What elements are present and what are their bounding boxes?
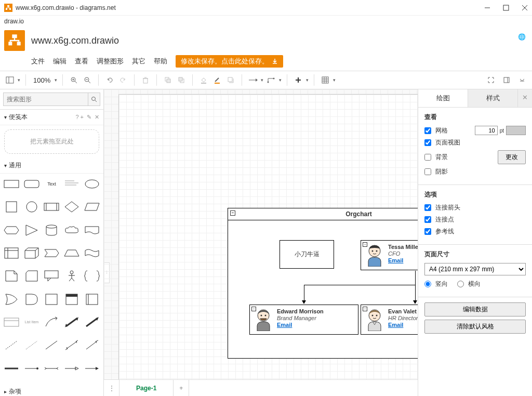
guides-checkbox[interactable]	[424, 228, 431, 235]
paper-select[interactable]: A4 (210 mm x 297 mm)	[424, 263, 526, 275]
file-title[interactable]: www.x6g.com.drawio	[31, 35, 119, 46]
maximize-icon[interactable]	[503, 5, 509, 11]
pages-menu-icon[interactable]: ⋮	[104, 380, 119, 396]
tofront-icon[interactable]	[162, 74, 174, 86]
shape-or[interactable]	[3, 292, 20, 307]
shape-actor[interactable]	[63, 269, 81, 283]
shape-listitem[interactable]: List Item	[23, 315, 41, 329]
portrait-radio[interactable]	[424, 281, 431, 287]
undo-icon[interactable]	[104, 74, 115, 86]
waypoint-icon[interactable]	[265, 74, 277, 86]
orgchart-container[interactable]: −Orgchart	[228, 208, 418, 359]
shape-frame[interactable]	[83, 292, 100, 307]
shape-curly[interactable]	[83, 269, 100, 283]
collapse-icon[interactable]: −	[363, 242, 367, 247]
zoom-out-icon[interactable]	[82, 74, 93, 86]
grid-checkbox[interactable]	[424, 127, 431, 134]
person-email[interactable]: Email	[388, 257, 418, 263]
connection-icon[interactable]	[247, 74, 259, 86]
menu-view[interactable]: 查看	[75, 57, 88, 66]
shape-rect[interactable]	[3, 177, 20, 191]
shape-square[interactable]	[3, 200, 20, 214]
shape-cloud[interactable]	[63, 223, 81, 237]
shape-callout[interactable]	[43, 269, 60, 283]
shape-trapezoid[interactable]	[63, 246, 81, 260]
sidebar-toggle-icon[interactable]	[4, 74, 16, 86]
person-email[interactable]: Email	[277, 322, 324, 328]
shape-parallelogram[interactable]	[83, 200, 100, 214]
node-evan[interactable]: − Evan Valet HR Director Email	[361, 305, 418, 335]
minimize-icon[interactable]	[484, 5, 490, 11]
change-bg-button[interactable]: 更改	[498, 150, 526, 164]
menu-help[interactable]: 帮助	[154, 57, 167, 66]
shape-link1[interactable]	[3, 361, 20, 376]
arrows-checkbox[interactable]	[424, 204, 431, 211]
collapse-icon[interactable]: −	[251, 307, 256, 311]
shape-triangle[interactable]	[23, 223, 41, 237]
landscape-radio[interactable]	[457, 281, 464, 287]
close-panel-icon[interactable]: ✕	[517, 89, 532, 107]
save-warning[interactable]: 修改未保存。点击此处保存。	[176, 55, 283, 68]
shape-tape[interactable]	[83, 246, 100, 260]
shape-datastore[interactable]	[43, 292, 60, 307]
menu-file[interactable]: 文件	[31, 57, 45, 66]
shape-dotted[interactable]	[23, 338, 41, 352]
shape-and[interactable]	[23, 292, 41, 307]
shape-link5[interactable]	[83, 361, 100, 376]
editdata-button[interactable]: 编辑数据	[424, 302, 526, 316]
points-checkbox[interactable]	[424, 216, 431, 223]
search-button[interactable]	[88, 93, 100, 106]
background-checkbox[interactable]	[424, 154, 431, 161]
linecolor-icon[interactable]	[211, 74, 223, 86]
format-icon[interactable]	[501, 74, 512, 86]
node-simple[interactable]: 小刀牛逼	[280, 240, 334, 269]
node-tessa[interactable]: − Tessa Miller CFO Email	[361, 240, 418, 270]
shape-ellipse[interactable]	[83, 177, 100, 191]
shape-text[interactable]: Text	[43, 177, 60, 191]
shadow-checkbox[interactable]	[424, 168, 431, 175]
pageview-checkbox[interactable]	[424, 139, 431, 146]
fillcolor-icon[interactable]	[198, 74, 209, 86]
shape-step[interactable]	[43, 246, 60, 260]
general-section[interactable]: ▾通用	[0, 158, 103, 174]
shape-link2[interactable]	[23, 361, 41, 376]
shape-textbox[interactable]	[63, 177, 81, 191]
shape-dashed[interactable]	[3, 338, 20, 352]
menu-adjust[interactable]: 调整图形	[97, 57, 124, 66]
shape-list[interactable]	[3, 315, 20, 329]
close-icon[interactable]	[522, 5, 528, 11]
gridcolor-swatch[interactable]	[506, 126, 526, 135]
redo-icon[interactable]	[117, 74, 129, 86]
shape-link3[interactable]	[43, 361, 60, 376]
zoom-in-icon[interactable]	[68, 74, 79, 86]
menu-other[interactable]: 其它	[132, 57, 145, 66]
shape-bidir[interactable]	[63, 338, 81, 352]
language-icon[interactable]: 🌐	[518, 33, 526, 41]
page-tab[interactable]: Page-1	[119, 380, 174, 396]
add-icon[interactable]	[292, 74, 304, 86]
collapse-icon[interactable]: −	[363, 307, 367, 311]
shape-circle[interactable]	[23, 200, 41, 214]
fullscreen-icon[interactable]	[485, 74, 497, 86]
shape-bidir-arrow[interactable]	[63, 315, 81, 329]
collapse-icon[interactable]: −	[230, 210, 235, 216]
shape-cube[interactable]	[23, 246, 41, 260]
shape-internal[interactable]	[3, 246, 20, 260]
shape-line[interactable]	[43, 338, 60, 352]
zoom-level[interactable]: 100%	[31, 76, 52, 84]
person-email[interactable]: Email	[388, 322, 418, 328]
misc-section[interactable]: ▸杂项	[0, 384, 103, 396]
shape-container2[interactable]	[63, 292, 81, 307]
shape-arrow-line[interactable]	[83, 338, 100, 352]
tab-style[interactable]: 样式	[468, 89, 517, 107]
node-edward[interactable]: − Edward Morrison Brand Manager Email	[249, 305, 358, 335]
search-input[interactable]	[3, 93, 88, 106]
scratchpad-section[interactable]: ▾便笺本 ? + ✎ ✕	[0, 110, 103, 125]
shape-document[interactable]	[83, 223, 100, 237]
shape-curve[interactable]	[43, 315, 60, 329]
shape-cylinder[interactable]	[43, 223, 60, 237]
close-scratch-icon[interactable]: ✕	[95, 114, 99, 121]
tab-diagram[interactable]: 绘图	[418, 89, 468, 107]
shape-link4[interactable]	[63, 361, 81, 376]
add-page-icon[interactable]: +	[174, 380, 189, 396]
